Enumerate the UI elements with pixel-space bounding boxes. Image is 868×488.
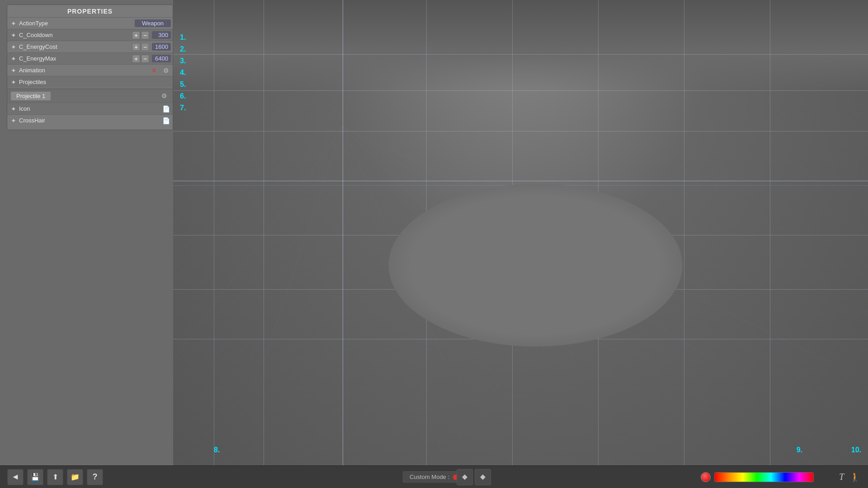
action-type-icon: ✦ <box>9 20 18 27</box>
nav-arrows <box>457 469 491 485</box>
label-2: 2. <box>180 43 186 55</box>
label-9: 9. <box>797 446 802 454</box>
undo-icon: ◄ <box>11 472 19 482</box>
projectile-header: Projectile 1 ⚙ <box>7 89 173 103</box>
animation-label: Animation <box>18 67 149 74</box>
projectiles-label: Projectiles <box>18 79 171 85</box>
custom-mode-label: Custom Mode : <box>410 474 449 480</box>
prop-row-animation: ✦ Animation ✕ ⚙ <box>7 64 173 76</box>
nav-left-btn[interactable] <box>457 469 473 485</box>
help-icon: ? <box>93 472 98 482</box>
svg-marker-7 <box>480 474 486 480</box>
icon-label: Icon <box>18 105 161 112</box>
projectile-settings-btn[interactable]: ⚙ <box>159 91 169 101</box>
prop-row-icon: ✦ Icon 📄 <box>7 103 173 114</box>
label-6: 6. <box>180 90 186 102</box>
label-4: 4. <box>180 67 186 79</box>
help-btn[interactable]: ? <box>87 469 103 485</box>
prop-row-energymax: ✦ C_EnergyMax + − 6400 <box>7 52 173 64</box>
projectile-name[interactable]: Projectile 1 <box>11 92 51 100</box>
svg-line-1 <box>264 127 343 361</box>
prop-row-energycost: ✦ C_EnergyCost + − 1600 <box>7 41 173 52</box>
svg-line-0 <box>173 127 343 361</box>
energycost-label: C_EnergyCost <box>18 43 132 50</box>
cooldown-value: 300 <box>152 31 171 39</box>
cooldown-plus-btn[interactable]: + <box>132 31 140 39</box>
color-swatch[interactable] <box>701 472 711 482</box>
label-1: 1. <box>180 32 186 43</box>
projectiles-icon: ✦ <box>9 79 18 86</box>
animation-delete-btn[interactable]: ✕ <box>149 66 159 75</box>
prop-row-action-type: ✦ ActionType Weapon <box>7 17 173 29</box>
bottom-toolbar: ◄ 💾 ⬆ 📁 ? Custom Mode : <box>0 465 868 488</box>
crosshair-vertical <box>343 0 343 465</box>
energycost-value: 1600 <box>152 43 171 51</box>
text-tool-icon[interactable]: T <box>839 472 844 482</box>
label-10: 10. <box>851 446 861 454</box>
label-7: 7. <box>180 102 186 114</box>
toolbar-right-icons: T 🚶 <box>839 472 861 483</box>
prop-row-cooldown: ✦ C_Cooldown + − 300 <box>7 29 173 41</box>
nav-right-btn[interactable] <box>475 469 491 485</box>
viewport-numbering: 1. 2. 3. 4. 5. 6. 7. <box>180 32 186 114</box>
folder-btn[interactable]: 📁 <box>67 469 83 485</box>
cooldown-icon: ✦ <box>9 32 18 39</box>
energycost-plus-btn[interactable]: + <box>132 43 140 51</box>
energycost-icon: ✦ <box>9 43 18 51</box>
custom-mode-box[interactable]: Custom Mode : <box>403 471 465 483</box>
animation-settings-btn[interactable]: ⚙ <box>161 66 171 75</box>
energycost-minus-btn[interactable]: − <box>141 43 149 51</box>
nav-left-diamond-icon <box>461 474 468 481</box>
crosshair-prop-icon: ✦ <box>9 117 18 124</box>
crosshair-file-btn[interactable]: 📄 <box>161 116 171 126</box>
animation-icon: ✦ <box>9 67 18 74</box>
action-type-value[interactable]: Weapon <box>135 19 171 27</box>
properties-panel: PROPERTIES ✦ ActionType Weapon ✦ C_Coold… <box>7 5 173 130</box>
save-btn[interactable]: 💾 <box>27 469 43 485</box>
character-tool-icon[interactable]: 🚶 <box>849 472 861 483</box>
folder-icon: 📁 <box>71 473 80 481</box>
energycost-controls: + − 1600 <box>132 43 171 51</box>
energymax-plus-btn[interactable]: + <box>132 55 140 63</box>
color-gradient-bar[interactable] <box>714 472 814 482</box>
animation-actions: ✕ ⚙ <box>149 66 171 75</box>
label-8: 8. <box>214 446 220 454</box>
undo-btn[interactable]: ◄ <box>7 469 24 485</box>
energymax-controls: + − 6400 <box>132 55 171 63</box>
icon-prop-icon: ✦ <box>9 105 18 113</box>
upload-icon: ⬆ <box>52 473 58 481</box>
energymax-label: C_EnergyMax <box>18 55 132 62</box>
save-icon: 💾 <box>31 473 40 481</box>
energymax-value: 6400 <box>152 55 171 62</box>
action-type-label: ActionType <box>18 20 135 27</box>
nav-right-diamond-icon <box>479 474 486 481</box>
svg-marker-6 <box>462 474 467 480</box>
energymax-icon: ✦ <box>9 55 18 62</box>
prop-row-crosshair: ✦ CrossHair 📄 <box>7 114 173 126</box>
energymax-minus-btn[interactable]: − <box>141 55 149 63</box>
crosshair-horizontal <box>173 181 868 181</box>
crosshair-label: CrossHair <box>18 117 161 124</box>
3d-viewport[interactable]: 1. 2. 3. 4. 5. 6. 7. 8. 9. 10. <box>173 0 868 465</box>
color-bar-section <box>701 472 814 482</box>
cooldown-minus-btn[interactable]: − <box>141 31 149 39</box>
ground-ellipse <box>388 184 682 347</box>
upload-btn[interactable]: ⬆ <box>47 469 63 485</box>
label-5: 5. <box>180 79 186 90</box>
custom-mode-section: Custom Mode : <box>403 471 465 483</box>
cooldown-label: C_Cooldown <box>18 32 132 38</box>
panel-title: PROPERTIES <box>7 5 173 17</box>
label-3: 3. <box>180 55 186 67</box>
prop-row-projectiles: ✦ Projectiles <box>7 76 173 88</box>
cooldown-controls: + − 300 <box>132 31 171 39</box>
icon-file-btn[interactable]: 📄 <box>161 104 171 114</box>
